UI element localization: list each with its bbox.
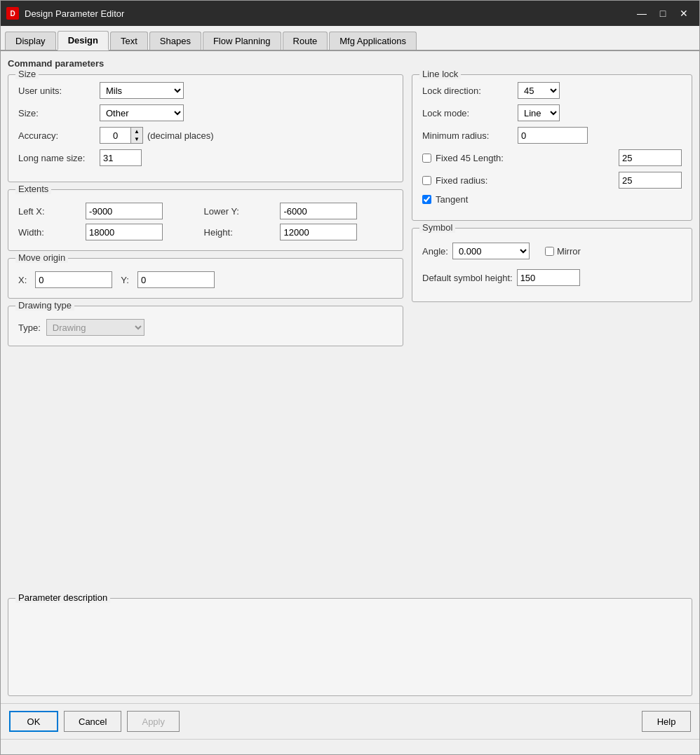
spinner-buttons: ▲ ▼ — [131, 127, 143, 144]
maximize-button[interactable]: □ — [653, 6, 673, 21]
min-radius-input[interactable] — [518, 127, 588, 144]
app-icon: D — [6, 7, 19, 20]
param-desc-title: Parameter description — [15, 592, 110, 603]
tangent-row: Tangent — [422, 194, 682, 205]
lock-direction-row: Lock direction: 45 90 Any — [422, 82, 682, 99]
window-controls: — □ ✕ — [632, 6, 694, 21]
mirror-label: Mirror — [557, 246, 581, 257]
default-height-label: Default symbol height: — [422, 273, 513, 283]
width-label: Width: — [18, 227, 80, 238]
fixed-45-label: Fixed 45 Length: — [436, 153, 614, 163]
long-name-row: Long name size: — [18, 149, 393, 166]
main-content: Command parameters Size User units: Mils… — [1, 51, 699, 703]
width-input[interactable] — [86, 224, 163, 240]
apply-button[interactable]: Apply — [127, 711, 180, 732]
fixed-radius-label: Fixed radius: — [436, 175, 614, 186]
close-button[interactable]: ✕ — [674, 6, 694, 21]
user-units-label: User units: — [18, 86, 95, 96]
button-group: OK Cancel Apply — [9, 711, 180, 732]
spinner-up-button[interactable]: ▲ — [131, 128, 142, 135]
ok-button[interactable]: OK — [9, 711, 58, 732]
left-x-label: Left X: — [18, 206, 80, 217]
fixed-45-checkbox[interactable] — [422, 154, 431, 163]
accuracy-spinner: ▲ ▼ — [100, 127, 143, 144]
main-area: Size User units: Mils Millimeters Inches… — [8, 74, 692, 598]
move-origin-grid: X: Y: — [18, 271, 393, 288]
drawing-type-group: Drawing type Type: Drawing Schematic PCB — [8, 306, 403, 346]
help-button[interactable]: Help — [642, 711, 691, 732]
default-height-row: Default symbol height: — [422, 269, 682, 286]
fixed-radius-input[interactable] — [619, 172, 682, 189]
command-params-label: Command parameters — [8, 58, 692, 69]
move-origin-title: Move origin — [15, 252, 68, 263]
tab-design[interactable]: Design — [58, 31, 109, 50]
lock-mode-label: Lock mode: — [422, 108, 513, 118]
size-group: Size User units: Mils Millimeters Inches… — [8, 74, 403, 182]
tabs-bar: Display Design Text Shapes Flow Planning… — [1, 26, 699, 51]
minimize-button[interactable]: — — [632, 6, 652, 21]
tab-text[interactable]: Text — [110, 32, 148, 50]
svg-text:D: D — [10, 10, 15, 18]
angle-row: Angle: 0.000 90.000 180.000 270.000 Mirr… — [422, 243, 682, 259]
drawing-type-row: Type: Drawing Schematic PCB — [18, 319, 393, 336]
lock-mode-select[interactable]: Line Arc Both — [518, 104, 560, 121]
spinner-down-button[interactable]: ▼ — [131, 135, 142, 143]
tangent-label: Tangent — [436, 194, 468, 205]
height-label: Height: — [204, 227, 275, 238]
lock-mode-row: Lock mode: Line Arc Both — [422, 104, 682, 121]
long-name-label: Long name size: — [18, 153, 95, 163]
param-description-group: Parameter description — [8, 598, 692, 696]
min-radius-row: Minimum radius: — [422, 127, 682, 144]
extents-group: Extents Left X: Lower Y: Width: Height: — [8, 189, 403, 251]
lower-y-input[interactable] — [280, 203, 357, 219]
x-label: X: — [18, 275, 27, 285]
window-title: Design Parameter Editor — [25, 8, 632, 19]
default-height-input[interactable] — [517, 269, 580, 286]
symbol-group-title: Symbol — [419, 222, 455, 233]
bottom-bar: OK Cancel Apply Help — [1, 703, 699, 739]
accuracy-row: Accuracy: ▲ ▼ (decimal places) — [18, 127, 393, 144]
right-column: Line lock Lock direction: 45 90 Any Lock… — [412, 74, 692, 598]
x-input[interactable] — [35, 271, 112, 288]
y-input[interactable] — [137, 271, 215, 288]
left-x-input[interactable] — [86, 203, 163, 219]
cancel-button[interactable]: Cancel — [64, 711, 121, 732]
tangent-checkbox[interactable] — [422, 195, 431, 204]
fixed-radius-checkbox[interactable] — [422, 176, 431, 185]
long-name-input[interactable] — [100, 149, 142, 166]
tab-mfg-applications[interactable]: Mfg Applications — [329, 32, 417, 50]
accuracy-input[interactable] — [100, 127, 131, 144]
line-lock-title: Line lock — [419, 69, 461, 79]
accuracy-label: Accuracy: — [18, 130, 95, 141]
y-label: Y: — [121, 275, 129, 285]
tab-display[interactable]: Display — [5, 32, 56, 50]
tab-flow-planning[interactable]: Flow Planning — [203, 32, 281, 50]
extents-grid: Left X: Lower Y: Width: Height: — [18, 203, 393, 240]
drawing-type-title: Drawing type — [15, 300, 74, 311]
fixed-45-row: Fixed 45 Length: — [422, 149, 682, 166]
size-select[interactable]: Other A B C D E — [100, 104, 184, 121]
symbol-group: Symbol Angle: 0.000 90.000 180.000 270.0… — [412, 228, 692, 302]
type-select[interactable]: Drawing Schematic PCB — [46, 319, 144, 336]
min-radius-label: Minimum radius: — [422, 130, 513, 141]
mirror-checkbox[interactable] — [545, 247, 554, 256]
lock-direction-label: Lock direction: — [422, 86, 513, 96]
size-label: Size: — [18, 108, 95, 118]
size-row: Size: Other A B C D E — [18, 104, 393, 121]
type-label: Type: — [18, 322, 41, 333]
param-desc-content — [18, 611, 682, 667]
height-input[interactable] — [280, 224, 357, 240]
angle-select[interactable]: 0.000 90.000 180.000 270.000 — [452, 243, 530, 259]
lock-direction-select[interactable]: 45 90 Any — [518, 82, 560, 99]
fixed-radius-row: Fixed radius: — [422, 172, 682, 189]
title-bar: D Design Parameter Editor — □ ✕ — [1, 1, 699, 26]
user-units-select[interactable]: Mils Millimeters Inches Microns — [100, 82, 184, 99]
left-column: Size User units: Mils Millimeters Inches… — [8, 74, 403, 598]
fixed-45-input[interactable] — [619, 149, 682, 166]
mirror-row: Mirror — [545, 246, 581, 257]
tab-route[interactable]: Route — [283, 32, 328, 50]
angle-label: Angle: — [422, 246, 448, 257]
move-origin-group: Move origin X: Y: — [8, 258, 403, 299]
tab-shapes[interactable]: Shapes — [149, 32, 201, 50]
extents-group-title: Extents — [15, 184, 51, 194]
